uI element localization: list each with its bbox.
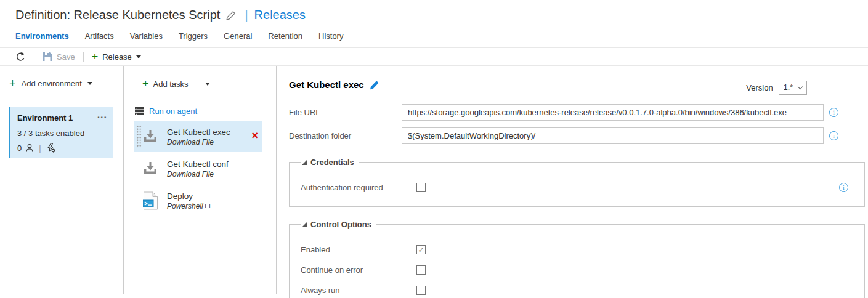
- file-url-label: File URL: [289, 108, 402, 117]
- continue-on-error-label: Continue on error: [301, 265, 416, 275]
- status-separator: |: [39, 143, 41, 153]
- plus-icon: +: [9, 78, 16, 89]
- release-label: Release: [102, 52, 132, 62]
- agent-queue-icon: [135, 107, 144, 115]
- run-on-agent-link[interactable]: Run on agent: [135, 107, 276, 116]
- task-version-control: Version 1.*: [746, 81, 807, 95]
- always-run-row: Always run: [301, 283, 864, 298]
- task-row-get-kubectl-exec[interactable]: Get Kubectl exec Download File ×: [134, 121, 262, 152]
- file-url-input[interactable]: [402, 104, 824, 121]
- trigger-settings-icon[interactable]: [46, 143, 55, 153]
- chevron-down-icon: [87, 82, 92, 85]
- content-area: + Add environment Environment 1 ... 3 / …: [0, 66, 868, 294]
- collapse-triangle-icon: [302, 160, 307, 165]
- environment-status-row: 0 |: [17, 143, 107, 153]
- info-icon[interactable]: i: [829, 108, 838, 117]
- task-name: Get Kubectl exec: [167, 127, 230, 138]
- version-value: 1.*: [784, 83, 793, 92]
- info-icon[interactable]: i: [829, 131, 838, 140]
- info-icon[interactable]: i: [839, 183, 848, 192]
- tab-environments[interactable]: Environments: [15, 31, 69, 41]
- releases-link[interactable]: Releases: [254, 8, 306, 22]
- edit-title-pencil-icon[interactable]: [226, 10, 236, 20]
- environment-name: Environment 1: [17, 113, 97, 123]
- tab-history[interactable]: History: [318, 31, 343, 41]
- control-options-section-title: Control Options: [310, 220, 371, 229]
- continue-on-error-row: Continue on error: [301, 262, 864, 278]
- collapse-triangle-icon: [302, 222, 307, 227]
- add-tasks-label: Add tasks: [153, 79, 189, 89]
- download-file-icon: [142, 129, 159, 144]
- tab-variables[interactable]: Variables: [130, 31, 163, 41]
- version-label: Version: [746, 83, 773, 92]
- refresh-icon: [15, 52, 26, 62]
- release-button[interactable]: + Release: [92, 51, 141, 62]
- approvals-count: 0: [17, 143, 22, 153]
- add-environment-button[interactable]: + Add environment: [9, 78, 123, 89]
- plus-icon: +: [142, 78, 149, 89]
- credentials-section-toggle[interactable]: Credentials: [301, 158, 359, 167]
- tab-general[interactable]: General: [224, 31, 252, 41]
- version-select[interactable]: 1.*: [779, 81, 807, 95]
- person-icon[interactable]: [25, 143, 34, 153]
- enabled-label: Enabled: [301, 245, 416, 254]
- definition-tab-bar: Environments Artifacts Variables Trigger…: [0, 22, 868, 48]
- tab-triggers[interactable]: Triggers: [179, 31, 208, 41]
- destination-folder-label: Destination folder: [289, 131, 402, 140]
- chevron-down-icon: [798, 84, 803, 89]
- tasks-panel: + Add tasks Run on agent Get Kubectl exe…: [124, 66, 277, 294]
- task-row-get-kubectl-conf[interactable]: Get Kubectl conf Download File: [134, 153, 262, 184]
- task-type: Download File: [167, 170, 229, 179]
- drag-handle[interactable]: [136, 125, 142, 148]
- enabled-checkbox[interactable]: [416, 245, 426, 254]
- auth-required-row: Authentication required i: [301, 180, 864, 195]
- always-run-label: Always run: [301, 286, 416, 295]
- save-floppy-icon: [43, 52, 52, 62]
- task-details-title: Get Kubectl exec: [289, 79, 364, 90]
- powershell-icon: [142, 191, 159, 210]
- refresh-button[interactable]: [15, 52, 26, 62]
- credentials-section: Credentials Authentication required i: [289, 158, 865, 207]
- always-run-checkbox[interactable]: [416, 286, 426, 295]
- delete-task-icon[interactable]: ×: [251, 130, 258, 141]
- environment-card[interactable]: Environment 1 ... 3 / 3 tasks enabled 0 …: [9, 107, 113, 158]
- tab-artifacts[interactable]: Artifacts: [85, 31, 114, 41]
- environment-tasks-summary: 3 / 3 tasks enabled: [17, 129, 107, 138]
- page-title: Definition: Release Kubernetes Script: [15, 8, 220, 22]
- command-toolbar: Save + Release: [0, 48, 868, 66]
- definition-header: Definition: Release Kubernetes Script | …: [0, 0, 868, 22]
- credentials-section-title: Credentials: [310, 158, 354, 167]
- download-file-icon: [142, 161, 159, 176]
- task-type: Powershell++: [167, 202, 212, 211]
- split-button-divider: [197, 78, 197, 90]
- task-name: Deploy: [167, 191, 212, 202]
- title-separator: |: [245, 8, 248, 22]
- tab-retention[interactable]: Retention: [268, 31, 302, 41]
- field-row-file-url: File URL i: [289, 104, 865, 121]
- save-label: Save: [57, 52, 75, 62]
- add-environment-label: Add environment: [22, 79, 82, 88]
- run-on-agent-label: Run on agent: [149, 107, 197, 116]
- plus-icon: +: [92, 51, 99, 62]
- task-name: Get Kubectl conf: [167, 159, 229, 170]
- control-options-section-toggle[interactable]: Control Options: [301, 220, 376, 229]
- destination-folder-input[interactable]: [402, 127, 824, 144]
- environment-card-header: Environment 1 ...: [17, 113, 107, 123]
- environments-panel: + Add environment Environment 1 ... 3 / …: [0, 66, 124, 294]
- environment-more-button[interactable]: ...: [97, 113, 107, 117]
- continue-on-error-checkbox[interactable]: [416, 265, 426, 275]
- add-tasks-button[interactable]: + Add tasks: [142, 78, 189, 89]
- task-row-deploy[interactable]: Deploy Powershell++: [134, 185, 262, 216]
- chevron-down-icon: [136, 55, 141, 58]
- field-row-destination-folder: Destination folder i: [289, 127, 865, 144]
- rename-task-pencil-icon[interactable]: [370, 80, 379, 90]
- add-tasks-split-button: + Add tasks: [124, 78, 276, 90]
- chevron-down-icon[interactable]: [205, 83, 210, 86]
- toolbar-separator: [83, 52, 84, 62]
- save-button[interactable]: Save: [43, 52, 75, 62]
- auth-required-checkbox[interactable]: [416, 183, 426, 192]
- task-details-panel: Get Kubectl exec Version 1.* File URL i …: [277, 66, 868, 294]
- toolbar-separator: [34, 52, 34, 62]
- control-options-section: Control Options Enabled Continue on erro…: [289, 220, 865, 298]
- task-type: Download File: [167, 138, 230, 147]
